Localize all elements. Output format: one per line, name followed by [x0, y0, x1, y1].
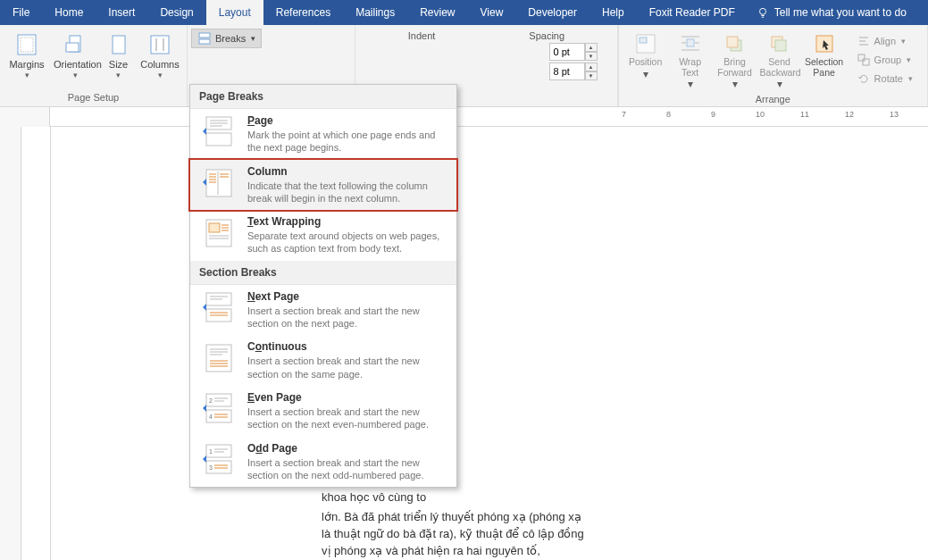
bring-forward-button[interactable]: Bring Forward ▾ — [714, 29, 757, 92]
svg-rect-12 — [640, 38, 647, 43]
align-button[interactable]: Align▾ — [851, 32, 918, 50]
orientation-icon — [61, 32, 89, 57]
continuous-break-desc: Insert a section break and start the new… — [247, 355, 447, 380]
break-evenpage-item[interactable]: 24 Even PageInsert a section break and s… — [190, 386, 456, 437]
svg-text:3: 3 — [209, 464, 213, 471]
send-backward-icon — [765, 32, 794, 55]
orientation-button[interactable]: Orientation ▾ — [52, 29, 98, 81]
break-page-item[interactable]: PageMark the point at which one page end… — [190, 109, 456, 160]
rotate-button[interactable]: Rotate▾ — [851, 70, 918, 88]
rotate-label: Rotate — [874, 73, 903, 84]
evenpage-break-icon: 24 — [199, 391, 238, 427]
svg-rect-26 — [858, 54, 865, 61]
spin-down-icon[interactable]: ▼ — [585, 52, 598, 61]
wrap-text-label: Wrap Text — [671, 57, 710, 78]
svg-rect-9 — [199, 33, 210, 38]
tab-foxit[interactable]: Foxit Reader PDF — [637, 0, 748, 25]
svg-rect-32 — [206, 133, 231, 146]
doc-line: khoa học vô cùng to — [322, 489, 589, 506]
svg-rect-27 — [863, 59, 869, 65]
continuous-break-title: Continuous — [247, 340, 447, 353]
doc-line: lớn. Bà đã phát triển lý thuyết phóng xạ… — [322, 509, 589, 560]
page-break-icon — [199, 114, 238, 150]
svg-text:1: 1 — [209, 448, 213, 455]
tab-view[interactable]: View — [468, 0, 516, 25]
wrap-text-icon — [676, 32, 705, 55]
chevron-down-icon: ▾ — [626, 68, 665, 80]
tab-home[interactable]: Home — [42, 0, 96, 25]
tab-strip: File Home Insert Design Layout Reference… — [0, 0, 928, 25]
arrange-group-label: Arrange — [624, 92, 922, 108]
page-break-title: Page — [247, 114, 447, 127]
margins-button[interactable]: Margins ▾ — [5, 29, 48, 81]
position-button[interactable]: Position ▾ — [624, 29, 667, 92]
selection-pane-button[interactable]: Selection Pane — [803, 29, 846, 92]
textwrap-break-icon — [199, 215, 238, 251]
tab-review[interactable]: Review — [407, 0, 467, 25]
send-backward-button[interactable]: Send Backward ▾ — [758, 29, 801, 92]
section-breaks-header: Section Breaks — [190, 261, 456, 285]
break-nextpage-item[interactable]: Next PageInsert a section break and star… — [190, 285, 456, 336]
svg-rect-13 — [687, 39, 694, 46]
chevron-down-icon: ▾ — [7, 71, 46, 79]
orientation-label: Orientation — [54, 59, 96, 70]
size-button[interactable]: Size ▾ — [102, 29, 135, 81]
margins-label: Margins — [7, 59, 46, 70]
svg-rect-4 — [66, 43, 79, 52]
align-label: Align — [874, 36, 896, 46]
group-button[interactable]: Group▾ — [851, 51, 918, 69]
breaks-button[interactable]: Breaks ▾ — [191, 29, 262, 48]
page-break-desc: Mark the point at which one page ends an… — [247, 129, 447, 155]
ruler-tick: 7 — [622, 110, 626, 119]
ruler-tick: 13 — [890, 110, 899, 119]
vertical-ruler[interactable] — [0, 127, 21, 560]
tab-layout[interactable]: Layout — [206, 0, 263, 25]
svg-rect-10 — [199, 39, 210, 44]
tab-developer[interactable]: Developer — [515, 0, 589, 25]
tab-mailings[interactable]: Mailings — [343, 0, 407, 25]
align-icon — [857, 34, 871, 48]
break-continuous-item[interactable]: ContinuousInsert a section break and sta… — [190, 335, 456, 386]
tab-file[interactable]: File — [0, 0, 42, 25]
spacing-before-value[interactable]: 0 pt — [549, 43, 585, 61]
oddpage-break-icon: 13 — [199, 442, 238, 478]
svg-rect-42 — [209, 223, 220, 232]
columns-label: Columns — [140, 59, 180, 70]
margins-icon — [13, 32, 41, 57]
size-icon — [105, 32, 133, 57]
tab-references[interactable]: References — [263, 0, 343, 25]
horizontal-ruler[interactable]: 7 8 9 10 11 12 13 — [0, 107, 928, 127]
svg-text:4: 4 — [209, 414, 213, 420]
svg-rect-5 — [113, 36, 125, 54]
break-textwrap-item[interactable]: Text WrappingSeparate text around object… — [190, 210, 456, 261]
tab-design[interactable]: Design — [147, 0, 205, 25]
document-canvas[interactable]: n 1995, tro xương của ệm tại điện Panthé… — [0, 127, 928, 560]
ruler-tick: 9 — [711, 110, 715, 119]
tell-me-search[interactable]: Tell me what you want to do — [748, 6, 928, 19]
tell-me-label: Tell me what you want to do — [774, 6, 907, 19]
send-backward-label: Send Backward — [760, 57, 799, 78]
nextpage-break-icon — [199, 290, 238, 326]
chevron-down-icon: ▾ — [907, 55, 911, 64]
tab-help[interactable]: Help — [589, 0, 637, 25]
spacing-after-spinner[interactable]: 8 pt ▲▼ — [549, 63, 598, 80]
group-icon — [857, 53, 871, 67]
ruler-tick: 8 — [666, 110, 671, 119]
spin-up-icon[interactable]: ▲ — [585, 43, 598, 52]
spin-up-icon[interactable]: ▲ — [585, 63, 598, 71]
ruler-tick: 12 — [845, 110, 854, 119]
ruler-tick: 10 — [756, 110, 765, 119]
breaks-dropdown: Page Breaks PageMark the point at which … — [189, 84, 457, 488]
break-column-item[interactable]: ColumnIndicate that the text following t… — [190, 160, 456, 211]
chevron-down-icon: ▾ — [104, 71, 133, 79]
chevron-down-icon: ▾ — [54, 71, 96, 79]
position-icon — [631, 32, 660, 55]
column-break-title: Column — [247, 165, 447, 178]
spacing-after-value[interactable]: 8 pt — [549, 63, 585, 80]
spacing-before-spinner[interactable]: 0 pt ▲▼ — [549, 43, 598, 61]
break-oddpage-item[interactable]: 13 Odd PageInsert a section break and st… — [190, 437, 456, 488]
columns-button[interactable]: Columns ▾ — [138, 29, 181, 81]
spin-down-icon[interactable]: ▼ — [585, 71, 598, 80]
tab-insert[interactable]: Insert — [96, 0, 147, 25]
wrap-text-button[interactable]: Wrap Text ▾ — [669, 29, 712, 92]
